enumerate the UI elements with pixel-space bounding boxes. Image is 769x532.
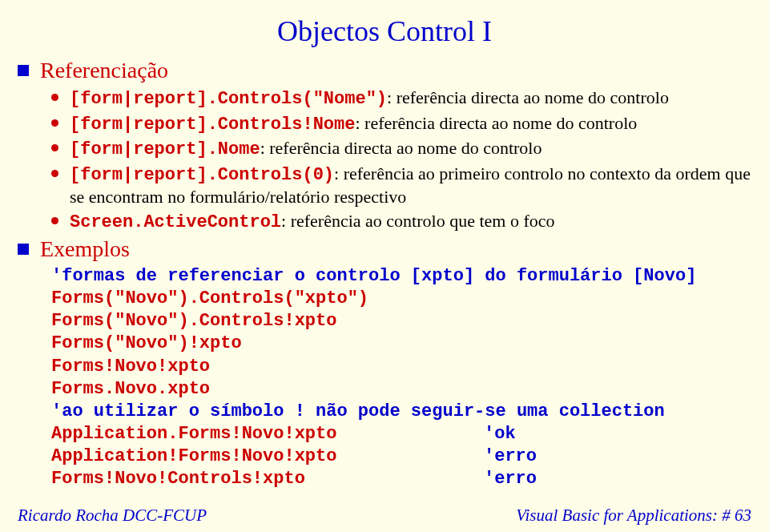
square-bullet-icon xyxy=(18,65,29,76)
code-comment: 'erro xyxy=(484,469,537,489)
desc-span: : referência directa ao nome do controlo xyxy=(387,87,669,107)
item-body: [form|report].Controls(0): referência ao… xyxy=(70,163,751,208)
code-comment: 'ok xyxy=(484,424,516,444)
round-bullet-icon xyxy=(51,144,58,151)
desc-span: : referência ao controlo que tem o foco xyxy=(281,211,554,231)
code-span: Screen.ActiveControl xyxy=(70,212,281,232)
code-comment: 'formas de referenciar o controlo [xpto]… xyxy=(51,266,696,286)
footer: Ricardo Rocha DCC-FCUP Visual Basic for … xyxy=(18,506,751,526)
page-title: Objectos Control I xyxy=(18,14,751,48)
heading-text: Exemplos xyxy=(40,236,130,262)
list-item: [form|report].Controls("Nome"): referênc… xyxy=(51,87,751,111)
code-line: Forms("Novo").Controls!xpto xyxy=(51,311,336,331)
code-line: Forms!Novo!Controls!xpto xyxy=(51,468,484,490)
code-span: [form|report].Controls("Nome") xyxy=(70,89,387,109)
item-body: [form|report].Controls("Nome"): referênc… xyxy=(70,87,751,111)
footer-right: Visual Basic for Applications: # 63 xyxy=(516,506,751,526)
section-heading-examples: Exemplos xyxy=(18,236,751,262)
code-line: Application!Forms!Novo!xpto xyxy=(51,445,484,468)
item-body: [form|report].Controls!Nome: referência … xyxy=(70,112,751,136)
code-span: [form|report].Nome xyxy=(70,139,260,159)
round-bullet-icon xyxy=(51,170,58,177)
desc-span: : referência directa ao nome do controlo xyxy=(260,138,542,158)
desc-span: : referência directa ao nome do controlo xyxy=(355,113,637,133)
round-bullet-icon xyxy=(51,94,58,101)
section-heading-referencing: Referenciação xyxy=(18,58,751,83)
item-body: Screen.ActiveControl: referência ao cont… xyxy=(70,210,751,234)
round-bullet-icon xyxy=(51,217,58,224)
heading-text: Referenciação xyxy=(40,58,168,83)
footer-left: Ricardo Rocha DCC-FCUP xyxy=(18,506,207,526)
code-comment: 'erro xyxy=(484,446,537,466)
code-span: [form|report].Controls!Nome xyxy=(70,115,355,135)
code-comment: 'ao utilizar o símbolo ! não pode seguir… xyxy=(51,401,665,421)
code-line: Forms("Novo")!xpto xyxy=(51,333,242,353)
code-line: Forms!Novo!xpto xyxy=(51,357,210,377)
list-item: Screen.ActiveControl: referência ao cont… xyxy=(51,210,751,234)
round-bullet-icon xyxy=(51,119,58,127)
square-bullet-icon xyxy=(18,244,29,255)
code-line: Application.Forms!Novo!xpto xyxy=(51,423,484,445)
code-block: 'formas de referenciar o controlo [xpto]… xyxy=(51,265,751,491)
list-item: [form|report].Controls!Nome: referência … xyxy=(51,112,751,136)
code-line: Forms("Novo").Controls("xpto") xyxy=(51,288,368,308)
item-body: [form|report].Nome: referência directa a… xyxy=(70,137,751,161)
list-item: [form|report].Nome: referência directa a… xyxy=(51,137,751,161)
code-span: [form|report].Controls(0) xyxy=(70,165,334,185)
code-line: Forms.Novo.xpto xyxy=(51,379,210,399)
list-item: [form|report].Controls(0): referência ao… xyxy=(51,163,751,208)
